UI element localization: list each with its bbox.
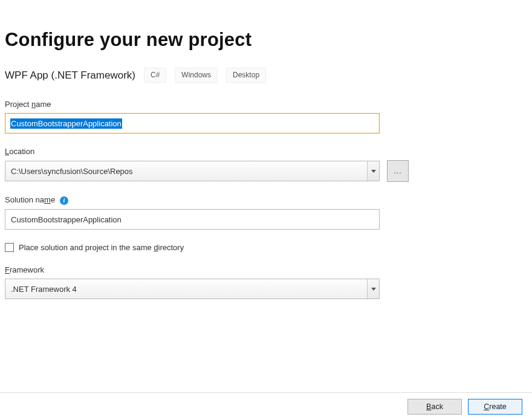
location-combo[interactable]: C:\Users\syncfusion\Source\Repos — [5, 161, 380, 181]
chevron-down-icon — [371, 170, 376, 173]
same-directory-row: Place solution and project in the same d… — [5, 243, 527, 252]
location-row: C:\Users\syncfusion\Source\Repos ... — [5, 160, 527, 182]
template-row: WPF App (.NET Framework) C# Windows Desk… — [5, 68, 527, 83]
framework-combo[interactable]: .NET Framework 4 — [5, 279, 380, 299]
tag-chip: Desktop — [226, 68, 266, 83]
location-group: Location C:\Users\syncfusion\Source\Repo… — [5, 147, 527, 182]
project-name-label: Project name — [5, 100, 527, 109]
back-button[interactable]: Back — [407, 399, 462, 415]
framework-group: Framework .NET Framework 4 — [5, 265, 527, 299]
tag-chip: Windows — [175, 68, 218, 83]
solution-name-input[interactable]: CustomBootstrapperApplication — [5, 209, 380, 230]
template-name: WPF App (.NET Framework) — [5, 69, 135, 82]
create-button[interactable]: Create — [468, 399, 522, 415]
project-name-group: Project name CustomBootstrapperApplicati… — [5, 100, 527, 134]
location-label: Location — [5, 147, 527, 156]
project-name-input[interactable]: CustomBootstrapperApplication — [5, 113, 380, 134]
framework-dropdown-button[interactable] — [367, 279, 379, 299]
framework-label: Framework — [5, 265, 527, 274]
footer-bar: Back Create — [0, 392, 532, 420]
framework-value: .NET Framework 4 — [5, 285, 367, 294]
project-name-selected-text: CustomBootstrapperApplication — [10, 118, 122, 129]
location-dropdown-button[interactable] — [367, 161, 379, 181]
info-icon[interactable]: i — [60, 196, 68, 205]
chevron-down-icon — [371, 288, 376, 291]
tag-chip: C# — [144, 68, 166, 83]
same-directory-checkbox[interactable] — [5, 243, 14, 252]
solution-name-value: CustomBootstrapperApplication — [11, 215, 122, 224]
ellipsis-icon: ... — [394, 167, 401, 175]
same-directory-label: Place solution and project in the same d… — [19, 243, 184, 252]
configure-new-project-page: Configure your new project WPF App (.NET… — [0, 0, 532, 420]
page-title: Configure your new project — [5, 29, 527, 51]
location-value: C:\Users\syncfusion\Source\Repos — [5, 167, 367, 176]
browse-button[interactable]: ... — [387, 160, 409, 182]
solution-name-group: Solution name i CustomBootstrapperApplic… — [5, 195, 527, 230]
solution-name-label: Solution name i — [5, 195, 527, 205]
